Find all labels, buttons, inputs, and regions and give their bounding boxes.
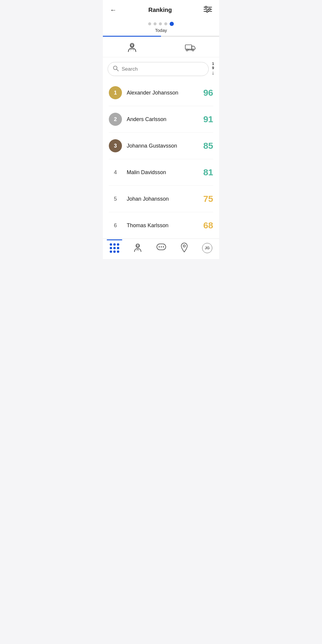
rank-score-3: 85 bbox=[203, 141, 213, 151]
tab-driver[interactable] bbox=[118, 41, 146, 54]
svg-line-13 bbox=[117, 69, 118, 71]
dot-1[interactable] bbox=[148, 22, 151, 25]
svg-point-17 bbox=[159, 246, 160, 247]
nav-item-location[interactable] bbox=[177, 242, 191, 254]
rank-score-1: 96 bbox=[203, 88, 213, 98]
rank-name-4: Malin Davidsson bbox=[127, 169, 203, 176]
rank-score-2: 91 bbox=[203, 114, 213, 124]
home-grid-icon bbox=[110, 243, 119, 253]
ranking-item[interactable]: 4 Malin Davidsson 81 bbox=[109, 159, 213, 186]
dot-5-active[interactable] bbox=[170, 22, 174, 26]
rank-badge-2: 2 bbox=[109, 113, 122, 126]
svg-point-9 bbox=[186, 49, 188, 51]
rank-score-5: 75 bbox=[203, 194, 213, 204]
header: ← Ranking bbox=[103, 0, 219, 19]
search-area: 1 9 ↓ bbox=[103, 57, 219, 80]
rank-name-2: Anders Carlsson bbox=[127, 116, 203, 123]
driver-nav-icon bbox=[133, 243, 143, 253]
dot-3[interactable] bbox=[159, 22, 162, 25]
back-button[interactable]: ← bbox=[109, 5, 118, 15]
period-label: Today bbox=[103, 28, 219, 36]
sort-arrow: ↓ bbox=[212, 70, 214, 76]
chat-nav-icon bbox=[156, 243, 166, 253]
period-progress-fill bbox=[103, 36, 161, 37]
location-nav-icon bbox=[180, 242, 188, 254]
sort-top: 1 bbox=[212, 62, 214, 66]
ranking-item[interactable]: 5 Johan Johansson 75 bbox=[109, 186, 213, 212]
sort-bottom: 9 bbox=[212, 66, 214, 70]
svg-point-6 bbox=[130, 44, 134, 47]
svg-point-18 bbox=[161, 246, 162, 247]
ranking-item[interactable]: 1 Alexander Johansson 96 bbox=[109, 80, 213, 106]
svg-point-10 bbox=[192, 49, 194, 51]
dot-2[interactable] bbox=[154, 22, 157, 25]
period-progress-bar bbox=[103, 36, 219, 37]
rank-badge-3: 3 bbox=[109, 139, 122, 152]
screen: ← Ranking Today bbox=[103, 0, 219, 259]
rank-score-6: 68 bbox=[203, 220, 213, 230]
nav-item-profile[interactable]: JG bbox=[199, 243, 215, 253]
rank-badge-4: 4 bbox=[109, 166, 122, 179]
svg-point-19 bbox=[163, 246, 164, 247]
rank-badge-6: 6 bbox=[109, 219, 122, 232]
rank-name-5: Johan Johansson bbox=[127, 196, 203, 202]
svg-rect-7 bbox=[131, 45, 133, 46]
dot-4[interactable] bbox=[164, 22, 167, 25]
svg-rect-8 bbox=[185, 45, 192, 49]
rank-name-3: Johanna Gustavsson bbox=[127, 143, 203, 149]
tab-truck[interactable] bbox=[176, 41, 205, 54]
tabs bbox=[103, 37, 219, 57]
svg-point-4 bbox=[209, 8, 210, 10]
search-icon bbox=[113, 65, 119, 73]
nav-item-home[interactable] bbox=[107, 243, 122, 253]
rank-score-4: 81 bbox=[203, 167, 213, 177]
nav-item-driver[interactable] bbox=[130, 243, 145, 253]
ranking-list: 1 Alexander Johansson 96 2 Anders Carlss… bbox=[103, 80, 219, 239]
rank-badge-5: 5 bbox=[109, 192, 122, 205]
rank-badge-1: 1 bbox=[109, 86, 122, 99]
filter-button[interactable] bbox=[202, 5, 213, 15]
ranking-item[interactable]: 3 Johanna Gustavsson 85 bbox=[109, 133, 213, 159]
search-input[interactable] bbox=[122, 66, 204, 72]
rank-name-6: Thomas Karlsson bbox=[127, 222, 203, 229]
svg-point-20 bbox=[183, 245, 185, 247]
profile-avatar: JG bbox=[202, 243, 212, 253]
ranking-item[interactable]: 6 Thomas Karlsson 68 bbox=[109, 212, 213, 239]
bottom-nav: JG bbox=[103, 239, 219, 259]
svg-point-3 bbox=[205, 6, 207, 8]
nav-item-chat[interactable] bbox=[153, 243, 169, 253]
search-box[interactable] bbox=[108, 62, 209, 76]
pagination bbox=[103, 19, 219, 28]
svg-point-5 bbox=[206, 10, 208, 12]
rank-name-1: Alexander Johansson bbox=[127, 90, 203, 96]
ranking-item[interactable]: 2 Anders Carlsson 91 bbox=[109, 106, 213, 133]
svg-rect-15 bbox=[137, 245, 139, 247]
sort-button[interactable]: 1 9 ↓ bbox=[212, 62, 214, 76]
page-title: Ranking bbox=[148, 7, 172, 13]
